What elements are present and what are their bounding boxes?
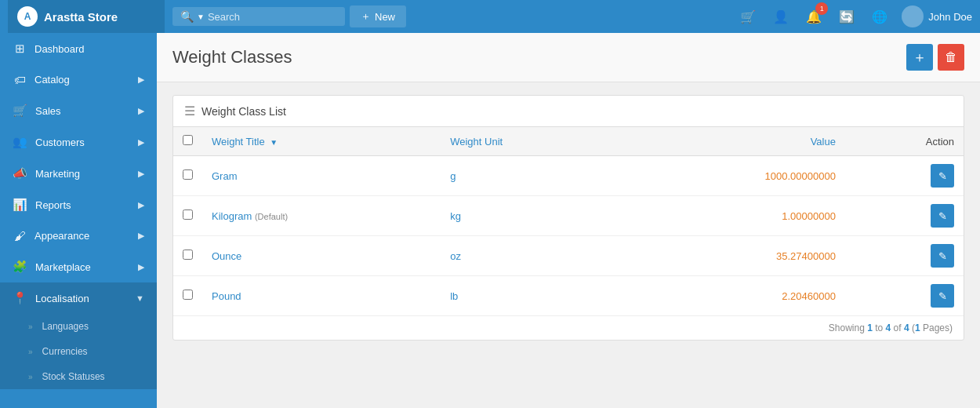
edit-button[interactable]: ✎ — [931, 164, 954, 188]
sidebar-item-marketplace[interactable]: 🧩 Marketplace ▶ — [0, 251, 157, 282]
localisation-submenu: » Languages » Currencies » Stock Statuse… — [0, 314, 157, 389]
globe-icon[interactable]: 🌐 — [869, 5, 891, 27]
dropdown-arrow-icon[interactable]: ▼ — [197, 13, 205, 21]
table-row: Kilogram (Default) kg 1.00000000 ✎ — [173, 196, 964, 236]
row-title[interactable]: Pound — [202, 276, 441, 316]
row-action: ✎ — [845, 156, 964, 196]
footer-showing: Showing — [829, 322, 867, 333]
notifications-icon[interactable]: 🔔 1 — [803, 5, 825, 27]
cart-icon[interactable]: 🛒 — [737, 5, 759, 27]
row-action: ✎ — [845, 196, 964, 236]
appearance-icon: 🖌 — [13, 229, 27, 242]
row-title[interactable]: Kilogram (Default) — [202, 196, 441, 236]
customers-icon: 👥 — [13, 135, 27, 149]
marketing-icon: 📣 — [13, 166, 27, 180]
chevron-right-icon: ▶ — [138, 200, 144, 210]
main-layout: ⊞ Dashboard 🏷 Catalog ▶ 🛒 Sales ▶ 👥 Cust… — [0, 33, 980, 408]
chevron-right-icon: ▶ — [138, 169, 144, 179]
row-checkbox-cell — [173, 156, 202, 196]
content-area: Weight Classes ＋ 🗑 ☰ Weight Class List — [157, 33, 980, 408]
edit-button[interactable]: ✎ — [931, 284, 954, 308]
search-icon: 🔍 — [180, 10, 194, 23]
sidebar-item-label: Sales — [35, 105, 130, 117]
col-title-label: Weight Title — [212, 136, 265, 148]
sidebar-item-dashboard[interactable]: ⊞ Dashboard — [0, 33, 157, 64]
sidebar-item-label: Marketplace — [35, 261, 130, 273]
edit-button[interactable]: ✎ — [931, 244, 954, 268]
sidebar-sub-label: Stock Statuses — [42, 371, 105, 382]
sidebar-item-stock-statuses[interactable]: » Stock Statuses — [0, 364, 157, 389]
col-value[interactable]: Value — [620, 127, 845, 156]
select-all-header — [173, 127, 202, 156]
new-button[interactable]: ＋ New — [350, 5, 406, 27]
list-icon: ☰ — [184, 104, 195, 118]
add-button[interactable]: ＋ — [906, 44, 933, 71]
plus-icon: ＋ — [913, 48, 927, 67]
sub-arrow-icon: » — [28, 322, 33, 331]
footer-of-label: of — [891, 322, 904, 333]
nav-icons: 🛒 👤 🔔 1 🔄 🌐 John Doe — [737, 5, 972, 27]
row-checkbox[interactable] — [183, 209, 193, 220]
footer-from: 1 — [867, 322, 873, 333]
page-header: Weight Classes ＋ 🗑 — [157, 33, 980, 82]
row-title[interactable]: Ounce — [202, 236, 441, 276]
reports-icon: 📊 — [13, 198, 27, 212]
chevron-right-icon: ▶ — [138, 262, 144, 272]
sidebar-item-label: Marketing — [35, 168, 130, 180]
row-checkbox[interactable] — [183, 250, 193, 260]
col-weight-title[interactable]: Weight Title ▼ — [202, 127, 441, 156]
row-unit: oz — [441, 236, 619, 276]
col-unit-label: Weight Unit — [450, 136, 503, 148]
footer-to-label: to — [873, 322, 886, 333]
avatar — [902, 5, 924, 27]
row-value: 2.20460000 — [620, 276, 845, 316]
table-row: Ounce oz 35.27400000 ✎ — [173, 236, 964, 276]
marketplace-icon: 🧩 — [13, 260, 27, 274]
sidebar: ⊞ Dashboard 🏷 Catalog ▶ 🛒 Sales ▶ 👥 Cust… — [0, 33, 157, 408]
search-area[interactable]: 🔍 ▼ — [172, 7, 345, 26]
sidebar-item-reports[interactable]: 📊 Reports ▶ — [0, 189, 157, 220]
row-action: ✎ — [845, 276, 964, 316]
chevron-right-icon: ▶ — [138, 231, 144, 241]
select-all-checkbox[interactable] — [183, 135, 193, 145]
user-name: John Doe — [928, 11, 972, 23]
row-checkbox-cell — [173, 236, 202, 276]
sidebar-item-customers[interactable]: 👥 Customers ▶ — [0, 126, 157, 158]
refresh-icon[interactable]: 🔄 — [836, 5, 858, 27]
weight-class-table-card: ☰ Weight Class List Weight Title ▼ — [172, 95, 964, 341]
dashboard-icon: ⊞ — [13, 42, 27, 56]
chevron-right-icon: ▶ — [138, 75, 144, 85]
user-icon[interactable]: 👤 — [770, 5, 792, 27]
row-action: ✎ — [845, 236, 964, 276]
sidebar-item-sales[interactable]: 🛒 Sales ▶ — [0, 95, 157, 126]
new-button-label: New — [375, 11, 395, 23]
sidebar-item-marketing[interactable]: 📣 Marketing ▶ — [0, 158, 157, 189]
row-checkbox[interactable] — [183, 169, 193, 180]
sidebar-item-currencies[interactable]: » Currencies — [0, 339, 157, 364]
row-checkbox[interactable] — [183, 290, 193, 300]
row-title[interactable]: Gram — [202, 156, 441, 196]
edit-button[interactable]: ✎ — [931, 204, 954, 228]
sidebar-item-label: Appearance — [34, 230, 130, 242]
table-card-header: ☰ Weight Class List — [173, 96, 964, 127]
sidebar-item-languages[interactable]: » Languages — [0, 314, 157, 339]
sidebar-item-label: Localisation — [35, 293, 128, 304]
col-weight-unit[interactable]: Weight Unit — [441, 127, 619, 156]
weight-class-table: Weight Title ▼ Weight Unit Value Action — [173, 127, 964, 315]
footer-pages-label: ( — [909, 322, 915, 333]
row-checkbox-cell — [173, 276, 202, 316]
sidebar-item-catalog[interactable]: 🏷 Catalog ▶ — [0, 64, 157, 95]
notification-badge: 1 — [815, 2, 828, 15]
sub-arrow-icon: » — [28, 348, 33, 356]
sidebar-item-label: Dashboard — [34, 43, 144, 55]
sidebar-item-appearance[interactable]: 🖌 Appearance ▶ — [0, 220, 157, 251]
delete-button[interactable]: 🗑 — [938, 44, 964, 71]
search-input[interactable] — [208, 11, 333, 23]
page-title: Weight Classes — [172, 47, 292, 67]
table-row: Pound lb 2.20460000 ✎ — [173, 276, 964, 316]
sidebar-item-localisation[interactable]: 📍 Localisation ▼ — [0, 282, 157, 314]
row-unit: lb — [441, 276, 619, 316]
page-actions: ＋ 🗑 — [906, 44, 964, 71]
row-value: 35.27400000 — [620, 236, 845, 276]
user-area[interactable]: John Doe — [902, 5, 972, 27]
